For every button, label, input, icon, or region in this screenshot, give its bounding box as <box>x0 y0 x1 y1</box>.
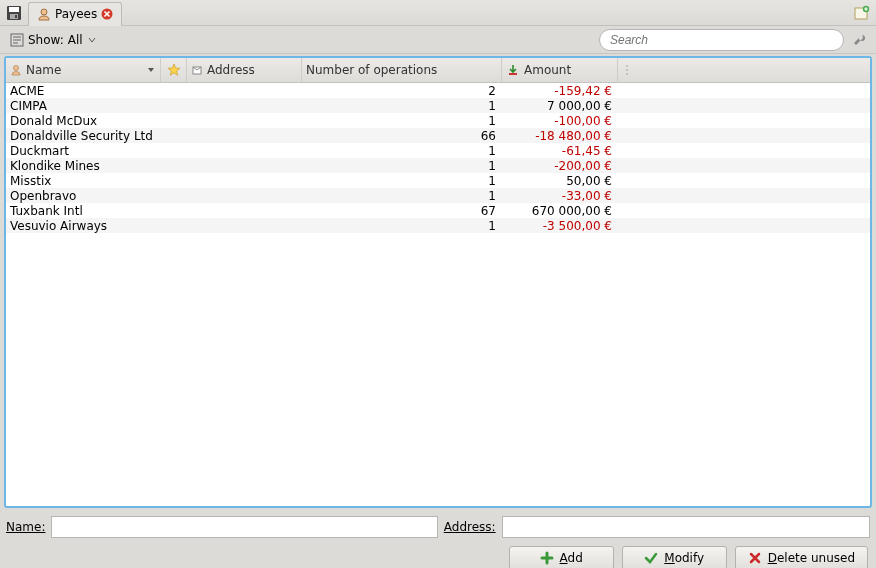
cell-amount: 7 000,00 € <box>502 99 618 113</box>
table-row[interactable]: ACME2-159,42 € <box>6 83 870 98</box>
cell-amount: -18 480,00 € <box>502 129 618 143</box>
col-header-amount-label: Amount <box>524 63 571 77</box>
star-icon <box>167 63 181 77</box>
address-icon <box>191 64 203 76</box>
cell-amount: -3 500,00 € <box>502 219 618 233</box>
show-value: All <box>68 33 83 47</box>
svg-point-12 <box>626 65 628 67</box>
col-header-amount[interactable]: Amount <box>502 58 618 82</box>
table-row[interactable]: Duckmart1-61,45 € <box>6 143 870 158</box>
close-icon[interactable] <box>101 8 113 20</box>
delete-button-rest: elete unused <box>777 551 855 565</box>
cell-amount: 50,00 € <box>502 174 618 188</box>
top-toolbar: Payees <box>0 0 876 26</box>
search-input[interactable] <box>599 29 844 51</box>
show-label: Show: <box>28 33 64 47</box>
col-header-address-label: Address <box>207 63 255 77</box>
cell-amount: -100,00 € <box>502 114 618 128</box>
cell-name: Misstix <box>6 174 187 188</box>
cell-ops: 66 <box>302 129 502 143</box>
save-icon <box>6 5 22 21</box>
check-icon <box>644 551 658 565</box>
payees-table: Name Address Number of operations <box>4 56 872 508</box>
cell-amount: -61,45 € <box>502 144 618 158</box>
tab-payees[interactable]: Payees <box>28 2 122 26</box>
wrench-icon <box>852 32 868 48</box>
add-button[interactable]: Add Add <box>509 546 614 568</box>
cell-amount: -33,00 € <box>502 189 618 203</box>
cell-ops: 1 <box>302 114 502 128</box>
table-row[interactable]: Tuxbank Intl67670 000,00 € <box>6 203 870 218</box>
cell-name: Donald McDux <box>6 114 187 128</box>
button-bar: Add Add Modify Modify Delete unused Dele… <box>0 542 876 568</box>
grip-icon <box>624 64 630 76</box>
show-filter-button[interactable]: Show: All <box>6 31 101 49</box>
person-icon <box>37 7 51 21</box>
table-row[interactable]: CIMPA17 000,00 € <box>6 98 870 113</box>
cell-name: CIMPA <box>6 99 187 113</box>
delete-icon <box>748 551 762 565</box>
name-field[interactable] <box>51 516 437 538</box>
col-header-bookmark[interactable] <box>161 58 187 82</box>
filter-bar: Show: All <box>0 26 876 54</box>
chevron-down-icon <box>87 35 97 45</box>
new-tab-icon <box>854 5 870 21</box>
table-body: ACME2-159,42 €CIMPA17 000,00 €Donald McD… <box>6 83 870 506</box>
table-row[interactable]: Misstix150,00 € <box>6 173 870 188</box>
cell-name: Tuxbank Intl <box>6 204 187 218</box>
cell-ops: 1 <box>302 99 502 113</box>
cell-amount: -159,42 € <box>502 84 618 98</box>
cell-name: ACME <box>6 84 187 98</box>
col-header-spacer <box>618 58 870 82</box>
name-field-label: Name: <box>6 520 45 534</box>
svg-point-13 <box>626 69 628 71</box>
cell-name: Klondike Mines <box>6 159 187 173</box>
svg-rect-11 <box>509 73 517 75</box>
person-icon <box>10 64 22 76</box>
add-button-rest: dd <box>568 551 583 565</box>
amount-icon <box>506 63 520 77</box>
cell-amount: -200,00 € <box>502 159 618 173</box>
new-tab-button[interactable] <box>852 3 872 23</box>
address-field-label: Address: <box>444 520 496 534</box>
filter-icon <box>10 33 24 47</box>
cell-ops: 1 <box>302 219 502 233</box>
cell-amount: 670 000,00 € <box>502 204 618 218</box>
col-header-ops-label: Number of operations <box>306 63 437 77</box>
svg-point-14 <box>626 73 628 75</box>
svg-rect-3 <box>15 15 17 18</box>
table-row[interactable]: Donaldville Security Ltd66-18 480,00 € <box>6 128 870 143</box>
svg-rect-1 <box>9 7 19 12</box>
tab-label: Payees <box>55 7 97 21</box>
cell-name: Duckmart <box>6 144 187 158</box>
modify-button[interactable]: Modify Modify <box>622 546 727 568</box>
table-row[interactable]: Vesuvio Airways1-3 500,00 € <box>6 218 870 233</box>
table-row[interactable]: Openbravo1-33,00 € <box>6 188 870 203</box>
cell-ops: 1 <box>302 174 502 188</box>
edit-bar: Name: Name: Address: <box>0 512 876 542</box>
cell-ops: 1 <box>302 189 502 203</box>
sort-desc-icon <box>146 65 156 75</box>
plus-icon <box>540 551 554 565</box>
cell-name: Vesuvio Airways <box>6 219 187 233</box>
delete-unused-button[interactable]: Delete unused Delete unused <box>735 546 868 568</box>
col-header-address[interactable]: Address <box>187 58 302 82</box>
cell-name: Openbravo <box>6 189 187 203</box>
modify-button-rest: odify <box>675 551 704 565</box>
table-row[interactable]: Donald McDux1-100,00 € <box>6 113 870 128</box>
cell-name: Donaldville Security Ltd <box>6 129 187 143</box>
col-header-name-label: Name <box>26 63 61 77</box>
cell-ops: 1 <box>302 144 502 158</box>
svg-point-9 <box>14 66 19 71</box>
cell-ops: 67 <box>302 204 502 218</box>
column-headers: Name Address Number of operations <box>6 58 870 83</box>
col-header-ops[interactable]: Number of operations <box>302 58 502 82</box>
col-header-name[interactable]: Name <box>6 58 161 82</box>
address-field[interactable] <box>502 516 870 538</box>
svg-point-4 <box>41 9 47 15</box>
cell-ops: 2 <box>302 84 502 98</box>
search-config-button[interactable] <box>850 30 870 50</box>
cell-ops: 1 <box>302 159 502 173</box>
table-row[interactable]: Klondike Mines1-200,00 € <box>6 158 870 173</box>
save-button[interactable] <box>4 3 24 23</box>
